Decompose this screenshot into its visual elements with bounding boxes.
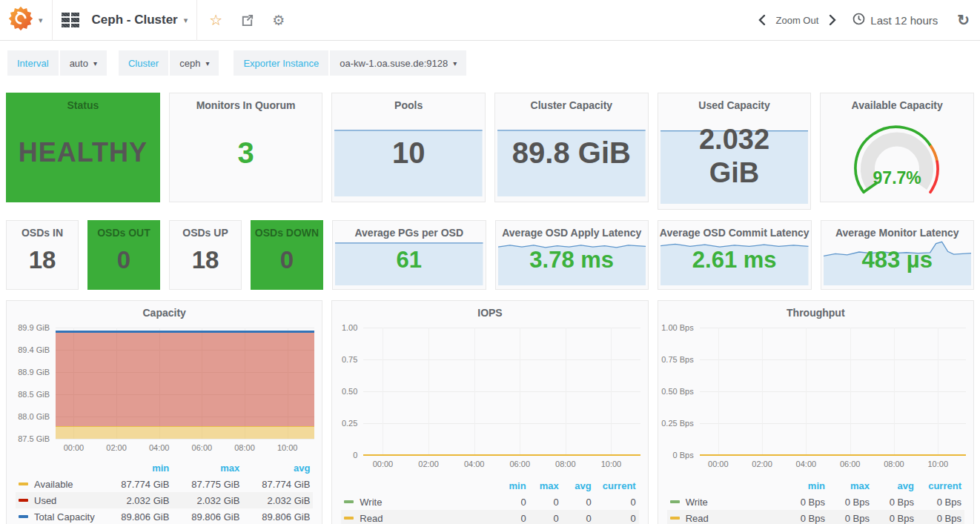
y-axis-tick: 89.4 GiB (18, 345, 50, 354)
variable-interval-value[interactable]: auto▾ (60, 50, 107, 76)
avg-pgs-value: 61 (333, 247, 486, 273)
panel-title[interactable]: Capacity (7, 301, 322, 319)
dashboard-picker[interactable]: Ceph - Cluster ▾ (62, 13, 188, 27)
panel-osds-down: OSDs DOWN 0 (251, 220, 323, 290)
legend-row-write: Write 0 Bps 0 Bps 0 Bps 0 Bps (667, 494, 964, 510)
y-axis-tick: 0 Bps (673, 451, 694, 460)
nav-divider (196, 0, 197, 41)
y-axis-tick: 1.00 (342, 323, 357, 332)
share-export-icon[interactable] (240, 13, 254, 27)
y-axis-tick: 89.9 GiB (18, 323, 50, 332)
pools-value: 10 (332, 136, 485, 170)
panel-title[interactable]: Average PGs per OSD (333, 221, 486, 239)
osds-in-value: 18 (7, 246, 78, 274)
panel-title[interactable]: Throughput (658, 301, 973, 319)
y-axis-tick: 88.5 GiB (18, 390, 50, 399)
panel-throughput-graph: Throughput 0 Bps 0.25 Bps 0.50 Bps 0.75 … (658, 300, 974, 524)
zoom-out-button[interactable]: Zoom Out (776, 15, 819, 26)
panel-title[interactable]: Used Capacity (658, 93, 811, 111)
nav-divider (52, 0, 53, 41)
panel-avg-monitor-latency: Average Monitor Latency 483 µs (821, 220, 975, 290)
panel-title[interactable]: Pools (332, 93, 485, 111)
grafana-logo-icon (7, 5, 34, 35)
variable-cluster: Cluster ceph▾ (119, 50, 219, 76)
series-swatch (19, 482, 28, 485)
time-range-label: Last 12 hours (870, 14, 938, 27)
legend-header: min max avg current (667, 477, 964, 494)
dashboard-caret-icon: ▾ (184, 16, 188, 25)
panel-title[interactable]: OSDs DOWN (251, 221, 322, 239)
available-capacity-value: 97.7% (821, 168, 973, 188)
variable-cluster-value[interactable]: ceph▾ (170, 50, 219, 76)
used-capacity-value: 2.032 GiB (658, 123, 811, 190)
variable-exporter-label[interactable]: Exporter Instance (234, 50, 328, 76)
y-axis-tick: 0.50 (342, 387, 357, 396)
osds-down-value: 0 (251, 246, 322, 274)
grafana-dashboard: ▾ Ceph - Cluster ▾ ☆ ⚙ Zoom Out (0, 0, 980, 524)
y-axis-tick: 0.25 Bps (661, 419, 693, 428)
chevron-left-icon[interactable] (758, 14, 766, 26)
variable-exporter-instance: Exporter Instance oa-kw-1.oa.suse.de:912… (234, 50, 466, 76)
refresh-icon[interactable]: ↻ (957, 11, 970, 29)
dashboard-title: Ceph - Cluster (92, 13, 178, 27)
template-variables-row: Interval auto▾ Cluster ceph▾ Exporter In… (0, 41, 980, 85)
series-swatch (670, 500, 680, 503)
panel-title[interactable]: Status (7, 93, 159, 111)
panel-title[interactable]: Average OSD Commit Latency (658, 221, 811, 239)
panel-title[interactable]: Average Monitor Latency (821, 221, 974, 239)
legend-row-write: Write 0 0 0 0 (341, 494, 638, 510)
clock-icon (852, 13, 865, 27)
apply-latency-value: 3.78 ms (496, 247, 649, 273)
panel-title[interactable]: OSDs OUT (88, 221, 159, 239)
panel-title[interactable]: Average OSD Apply Latency (496, 221, 649, 239)
panel-title[interactable]: OSDs UP (170, 221, 241, 239)
logo-caret-icon: ▾ (39, 16, 43, 25)
stats-row-2: OSDs IN 18 OSDs OUT 0 OSDs UP 18 OSDs DO… (6, 220, 974, 290)
chevron-down-icon: ▾ (93, 59, 97, 67)
panel-title[interactable]: IOPS (332, 301, 647, 319)
panel-title[interactable]: OSDs IN (7, 221, 78, 239)
status-value: HEALTHY (7, 137, 159, 168)
panel-title[interactable]: Monitors In Quorum (170, 93, 322, 111)
cluster-capacity-value: 89.8 GiB (495, 136, 648, 170)
panel-title[interactable]: Available Capacity (821, 93, 973, 111)
panel-pools: Pools 10 (331, 93, 486, 202)
series-swatch (670, 517, 680, 520)
series-swatch (19, 499, 28, 502)
y-axis-tick: 0.25 (342, 419, 357, 428)
available-series-area (56, 426, 314, 439)
total-capacity-series-line (56, 331, 314, 333)
panel-status: Status HEALTHY (6, 93, 160, 202)
variable-interval-label[interactable]: Interval (7, 50, 59, 76)
x-axis: 00:00 02:00 04:00 06:00 08:00 10:00 (56, 443, 314, 454)
panel-title[interactable]: Cluster Capacity (495, 93, 648, 111)
legend-header: min max avg (16, 460, 313, 476)
read-series-line (700, 454, 966, 457)
throughput-legend: min max avg current Write 0 Bps 0 Bps 0 … (667, 477, 964, 524)
time-range-picker[interactable]: Last 12 hours (852, 13, 938, 27)
legend-header: min max avg current (341, 477, 638, 494)
gear-settings-icon[interactable]: ⚙ (272, 13, 285, 27)
x-axis: 00:00 02:00 04:00 06:00 08:00 10:00 (700, 460, 966, 470)
throughput-plot-area: 0 Bps 0.25 Bps 0.50 Bps 0.75 Bps 1.00 Bp… (700, 328, 966, 455)
star-favorite-icon[interactable]: ☆ (209, 13, 222, 27)
chevron-right-icon[interactable] (829, 14, 836, 26)
y-axis-tick: 0 (353, 451, 357, 460)
grafana-logo-menu[interactable]: ▾ (7, 5, 43, 35)
variable-cluster-label[interactable]: Cluster (119, 50, 168, 76)
variable-exporter-value[interactable]: oa-kw-1.oa.suse.de:9128▾ (330, 50, 466, 76)
osds-out-value: 0 (88, 246, 159, 274)
panel-used-capacity: Used Capacity 2.032 GiB (658, 93, 812, 210)
panel-osds-up: OSDs UP 18 (169, 220, 242, 290)
y-axis-tick: 88.9 GiB (18, 368, 50, 377)
read-series-line (363, 454, 640, 457)
osds-up-value: 18 (170, 246, 241, 274)
dashboard-grid: Status HEALTHY Monitors In Quorum 3 Pool… (0, 85, 980, 524)
panel-monitors-in-quorum: Monitors In Quorum 3 (169, 93, 323, 202)
y-axis-tick: 87.5 GiB (18, 434, 50, 443)
x-axis: 00:00 02:00 04:00 06:00 08:00 10:00 (363, 460, 640, 470)
panel-iops-graph: IOPS 0 0.25 0.50 0.75 1.00 00:00 02:00 0… (331, 300, 648, 524)
panel-available-capacity: Available Capacity 97.7% (820, 93, 974, 202)
y-axis-tick: 0.75 (342, 355, 357, 364)
y-axis-tick: 88.0 GiB (18, 412, 50, 421)
